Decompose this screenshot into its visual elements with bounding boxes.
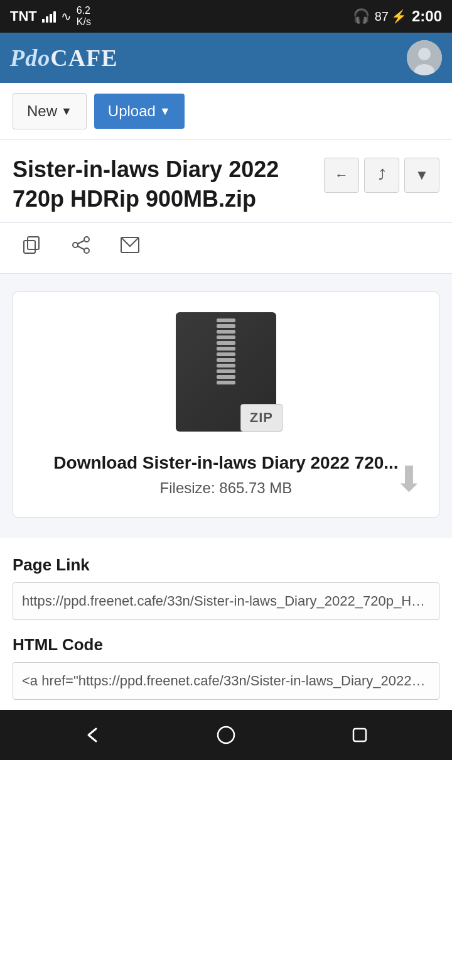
time-label: 2:00 bbox=[412, 8, 442, 25]
page-link-section: Page Link bbox=[0, 538, 452, 630]
tab-copy[interactable] bbox=[8, 223, 56, 273]
zip-icon-wrapper: ZIP bbox=[170, 312, 282, 438]
more-button[interactable]: ▼ bbox=[404, 158, 439, 193]
copy-icon bbox=[23, 236, 41, 259]
headset-icon: 🎧 bbox=[353, 8, 370, 24]
speed-label: 6.2 K/s bbox=[77, 5, 91, 27]
signal-bars bbox=[42, 10, 56, 23]
share-icon bbox=[72, 236, 90, 259]
svg-rect-3 bbox=[24, 241, 35, 253]
svg-point-6 bbox=[73, 242, 78, 248]
header: PdoCAFE bbox=[0, 33, 452, 83]
home-nav-button[interactable] bbox=[207, 716, 245, 754]
status-right: 🎧 87 ⚡ 2:00 bbox=[353, 8, 442, 25]
download-title: Download Sister-in-laws Diary 2022 720..… bbox=[53, 453, 398, 473]
tab-share[interactable] bbox=[56, 223, 105, 273]
svg-line-9 bbox=[78, 246, 84, 249]
back-button[interactable]: ← bbox=[324, 158, 359, 193]
avatar[interactable] bbox=[407, 40, 442, 75]
svg-rect-12 bbox=[353, 729, 366, 741]
svg-point-5 bbox=[84, 237, 89, 242]
back-nav-button[interactable] bbox=[73, 716, 111, 754]
html-code-input[interactable] bbox=[13, 662, 439, 700]
share-title-icon: ⤴ bbox=[379, 167, 385, 183]
new-dropdown-arrow: ▼ bbox=[61, 105, 72, 118]
wifi-icon: ∿ bbox=[61, 9, 72, 24]
svg-rect-4 bbox=[28, 237, 39, 249]
title-actions: ← ⤴ ▼ bbox=[324, 158, 439, 193]
share-title-button[interactable]: ⤴ bbox=[364, 158, 399, 193]
new-label: New bbox=[27, 102, 57, 120]
upload-dropdown-arrow: ▼ bbox=[159, 105, 171, 118]
html-code-label: HTML Code bbox=[13, 635, 439, 655]
upload-button[interactable]: Upload ▼ bbox=[94, 94, 185, 129]
html-code-section: HTML Code bbox=[0, 630, 452, 710]
carrier-label: TNT bbox=[10, 8, 37, 24]
file-title-area: Sister-in-laws Diary 2022 720p HDRip 900… bbox=[0, 140, 452, 223]
page-link-input[interactable] bbox=[13, 582, 439, 620]
upload-label: Upload bbox=[108, 102, 156, 120]
file-card: ZIP Download Sister-in-laws Diary 2022 7… bbox=[13, 291, 439, 518]
recents-nav-button[interactable] bbox=[341, 716, 379, 754]
logo: PdoCAFE bbox=[10, 44, 118, 72]
svg-point-11 bbox=[218, 727, 234, 743]
new-button[interactable]: New ▼ bbox=[13, 93, 87, 129]
zip-label: ZIP bbox=[240, 404, 282, 432]
tab-mail[interactable] bbox=[105, 224, 154, 272]
action-tabs bbox=[0, 223, 452, 274]
back-icon: ← bbox=[335, 167, 348, 183]
android-nav-bar bbox=[0, 710, 452, 760]
filesize: Filesize: 865.73 MB bbox=[160, 479, 293, 497]
status-bar: TNT ∿ 6.2 K/s 🎧 87 ⚡ 2:00 bbox=[0, 0, 452, 33]
battery-icon: ⚡ bbox=[391, 9, 407, 24]
file-title: Sister-in-laws Diary 2022 720p HDRip 900… bbox=[13, 155, 314, 214]
svg-line-8 bbox=[78, 241, 84, 244]
battery-label: 87 bbox=[375, 9, 389, 24]
mail-icon bbox=[121, 237, 139, 258]
download-arrow-icon[interactable]: ⬇ bbox=[394, 459, 424, 499]
more-icon: ▼ bbox=[415, 167, 429, 183]
svg-point-1 bbox=[418, 48, 431, 60]
toolbar: New ▼ Upload ▼ bbox=[0, 83, 452, 140]
content-area: ZIP Download Sister-in-laws Diary 2022 7… bbox=[0, 274, 452, 538]
page-link-label: Page Link bbox=[13, 555, 439, 575]
battery-area: 87 ⚡ bbox=[375, 9, 407, 24]
status-left: TNT ∿ 6.2 K/s bbox=[10, 5, 91, 27]
svg-point-7 bbox=[84, 248, 89, 253]
